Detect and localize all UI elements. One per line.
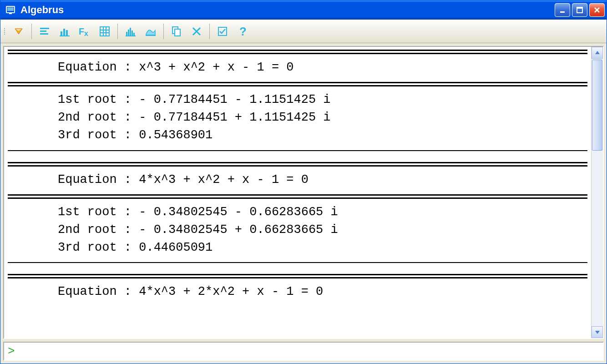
dropdown-button[interactable]: [9, 22, 29, 40]
svg-rect-13: [66, 30, 68, 35]
minimize-button[interactable]: [555, 3, 570, 17]
grid-button[interactable]: [95, 22, 115, 40]
vertical-scrollbar[interactable]: [591, 47, 603, 338]
equation-line: Equation : 4*x^3 + 2*x^2 + x - 1 = 0: [8, 283, 587, 301]
window-title: Algebrus: [20, 4, 555, 16]
content-area: Equation : x^3 + x^2 + x - 1 = 0 1st roo…: [0, 43, 607, 364]
divider-double: [8, 274, 587, 278]
delete-button[interactable]: [187, 22, 207, 40]
fx-icon: Fx: [78, 25, 91, 38]
equation-line: Equation : x^3 + x^2 + x - 1 = 0: [8, 59, 587, 76]
svg-text:?: ?: [239, 25, 247, 38]
histogram-button[interactable]: [121, 22, 141, 40]
svg-rect-25: [132, 30, 133, 35]
prompt-symbol: >: [8, 344, 15, 358]
copy-icon: [170, 25, 183, 38]
svg-rect-1: [7, 7, 14, 11]
scroll-thumb[interactable]: [592, 60, 602, 151]
toolbar-separator: [209, 24, 210, 39]
close-button[interactable]: [589, 3, 605, 17]
surface-button[interactable]: [141, 22, 161, 40]
chart-button[interactable]: [55, 22, 75, 40]
divider-double: [8, 82, 587, 86]
toolbar-gripper: [3, 25, 7, 38]
surface-icon: [144, 25, 157, 38]
copy-button[interactable]: [167, 22, 187, 40]
svg-rect-14: [60, 35, 70, 36]
delete-icon: [190, 25, 203, 38]
options-button[interactable]: [212, 22, 233, 40]
svg-rect-17: [100, 27, 109, 36]
svg-rect-12: [63, 29, 65, 35]
toolbar-separator: [163, 24, 164, 39]
scroll-track[interactable]: [592, 59, 603, 326]
output-frame: Equation : x^3 + x^2 + x - 1 = 0 1st roo…: [3, 46, 604, 339]
align-left-icon: [38, 25, 51, 38]
svg-rect-22: [126, 32, 127, 35]
svg-text:x: x: [84, 30, 88, 37]
root-line: 3rd root : 0.44605091: [8, 239, 587, 257]
histogram-icon: [124, 25, 137, 38]
window-controls: [555, 3, 605, 17]
help-button[interactable]: ?: [233, 22, 253, 40]
divider-double: [8, 194, 587, 199]
grid-icon: [98, 25, 111, 38]
equation-line: Equation : 4*x^3 + x^2 + x - 1 = 0: [8, 171, 587, 189]
svg-rect-2: [9, 13, 12, 14]
svg-rect-10: [40, 33, 48, 35]
app-window: Algebrus: [0, 0, 607, 364]
command-input[interactable]: [15, 344, 599, 358]
toolbar: Fx: [0, 20, 607, 43]
chevron-down-icon: [595, 329, 600, 335]
svg-rect-26: [133, 33, 135, 35]
root-line: 3rd root : 0.54368901: [8, 126, 587, 144]
svg-rect-30: [175, 29, 180, 36]
svg-rect-24: [130, 28, 131, 35]
titlebar: Algebrus: [0, 0, 607, 20]
svg-rect-8: [40, 28, 49, 29]
toolbar-separator: [31, 24, 32, 39]
command-input-frame: >: [3, 342, 604, 361]
svg-marker-34: [595, 331, 600, 334]
svg-text:F: F: [79, 26, 84, 36]
maximize-button[interactable]: [572, 3, 587, 17]
svg-rect-9: [40, 30, 46, 32]
svg-rect-3: [560, 11, 565, 13]
svg-marker-33: [595, 51, 600, 54]
bar-chart-icon: [58, 25, 71, 38]
svg-rect-11: [61, 31, 62, 35]
divider-double: [8, 50, 587, 54]
app-icon: [5, 5, 16, 15]
checkbox-icon: [216, 25, 229, 38]
root-line: 2nd root : - 0.34802545 + 0.66283665 i: [8, 221, 587, 239]
divider-single: [8, 150, 587, 151]
divider-single: [8, 262, 587, 263]
help-icon: ?: [236, 25, 249, 38]
svg-rect-27: [126, 35, 136, 36]
svg-rect-5: [577, 7, 582, 9]
align-button[interactable]: [35, 22, 55, 40]
dropdown-icon: [12, 25, 25, 38]
output-pane[interactable]: Equation : x^3 + x^2 + x - 1 = 0 1st roo…: [4, 47, 591, 338]
root-line: 1st root : - 0.34802545 - 0.66283665 i: [8, 203, 587, 221]
chevron-up-icon: [595, 50, 600, 56]
scroll-up-button[interactable]: [592, 47, 603, 59]
function-button[interactable]: Fx: [75, 22, 95, 40]
toolbar-separator: [117, 24, 118, 39]
scroll-down-button[interactable]: [592, 326, 603, 338]
svg-rect-23: [128, 30, 129, 35]
divider-double: [8, 162, 587, 167]
root-line: 2nd root : - 0.77184451 + 1.1151425 i: [8, 109, 587, 126]
root-line: 1st root : - 0.77184451 - 1.1151425 i: [8, 91, 587, 109]
